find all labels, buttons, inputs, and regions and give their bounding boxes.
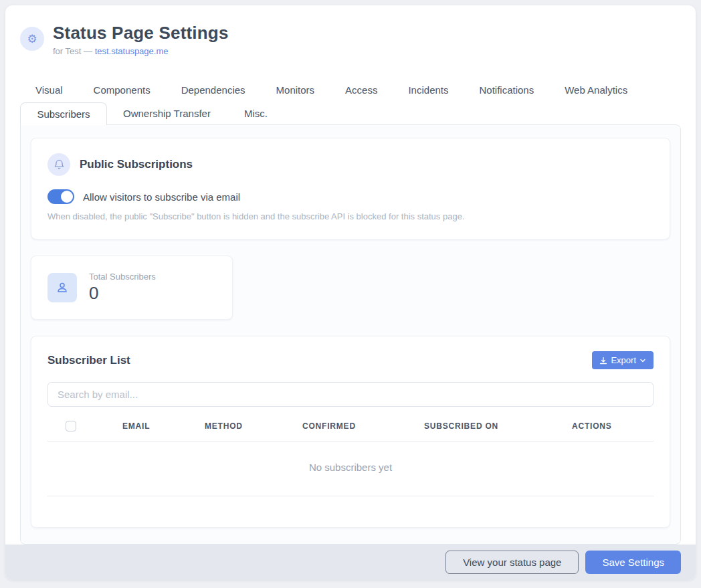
public-subscriptions-card: Public Subscriptions Allow visitors to s… <box>31 138 670 239</box>
tab-subscribers[interactable]: Subscribers <box>20 102 107 125</box>
tab-bar-secondary: Subscribers Ownership Transfer Misc. <box>20 102 681 124</box>
total-subscribers-card: Total Subscribers 0 <box>31 256 233 320</box>
tab-misc[interactable]: Misc. <box>227 102 285 124</box>
tab-access[interactable]: Access <box>330 79 393 101</box>
column-header-subscribed-on: SUBSCRIBED ON <box>424 421 572 431</box>
public-subscriptions-header: Public Subscriptions <box>47 153 654 176</box>
subscriber-list-title: Subscriber List <box>47 354 130 367</box>
tab-dependencies[interactable]: Dependencies <box>166 79 261 101</box>
public-subscriptions-title: Public Subscriptions <box>80 158 193 171</box>
tab-visual[interactable]: Visual <box>20 79 78 101</box>
select-all-checkbox[interactable] <box>66 421 76 431</box>
export-label: Export <box>611 355 636 365</box>
page-subtitle: for Test — test.statuspage.me <box>53 46 229 56</box>
tab-ownership-transfer[interactable]: Ownership Transfer <box>107 102 227 124</box>
save-settings-button[interactable]: Save Settings <box>585 551 681 574</box>
page-header: ⚙ Status Page Settings for Test — test.s… <box>5 5 696 56</box>
tab-bar-primary: Visual Components Dependencies Monitors … <box>20 79 681 101</box>
table-footer-space <box>47 496 654 515</box>
subtitle-prefix: for Test — <box>53 46 92 56</box>
column-header-confirmed: CONFIRMED <box>302 421 424 431</box>
column-header-actions: ACTIONS <box>572 421 654 431</box>
header-text: Status Page Settings for Test — test.sta… <box>53 23 229 56</box>
empty-state-message: No subscribers yet <box>47 442 654 496</box>
status-page-link[interactable]: test.statuspage.me <box>95 46 169 56</box>
export-button[interactable]: Export <box>592 351 654 369</box>
tab-monitors[interactable]: Monitors <box>261 79 330 101</box>
column-header-method: METHOD <box>205 421 302 431</box>
chevron-down-icon <box>639 357 646 364</box>
view-status-page-button[interactable]: View your status page <box>445 551 579 574</box>
gear-icon: ⚙ <box>20 27 44 51</box>
tab-notifications[interactable]: Notifications <box>464 79 550 101</box>
subscribers-tab-panel: Public Subscriptions Allow visitors to s… <box>20 124 681 545</box>
subscribe-toggle-row: Allow visitors to subscribe via email <box>47 189 654 204</box>
subscribe-helper-text: When disabled, the public "Subscribe" bu… <box>47 211 654 221</box>
footer-bar: View your status page Save Settings <box>5 545 696 580</box>
bell-icon <box>47 153 70 176</box>
subscribe-toggle[interactable] <box>47 189 74 204</box>
person-icon <box>47 273 77 302</box>
tab-components[interactable]: Components <box>78 79 166 101</box>
column-header-email: EMAIL <box>122 421 205 431</box>
table-header-row: EMAIL METHOD CONFIRMED SUBSCRIBED ON ACT… <box>47 421 654 442</box>
download-icon <box>599 357 607 365</box>
stats-value: 0 <box>89 283 156 304</box>
subscriber-list-header: Subscriber List Export <box>47 351 654 369</box>
stats-label: Total Subscribers <box>89 272 156 282</box>
search-input[interactable] <box>47 382 654 407</box>
subscriber-list-card: Subscriber List Export EMAIL METHO <box>31 336 670 528</box>
tab-web-analytics[interactable]: Web Analytics <box>549 79 643 101</box>
subscribe-toggle-label: Allow visitors to subscribe via email <box>83 191 240 203</box>
select-all-cell <box>47 421 122 431</box>
toggle-knob <box>61 191 73 203</box>
tab-incidents[interactable]: Incidents <box>393 79 464 101</box>
stats-text: Total Subscribers 0 <box>89 272 156 304</box>
page-title: Status Page Settings <box>53 23 229 43</box>
settings-panel: ⚙ Status Page Settings for Test — test.s… <box>5 5 696 580</box>
